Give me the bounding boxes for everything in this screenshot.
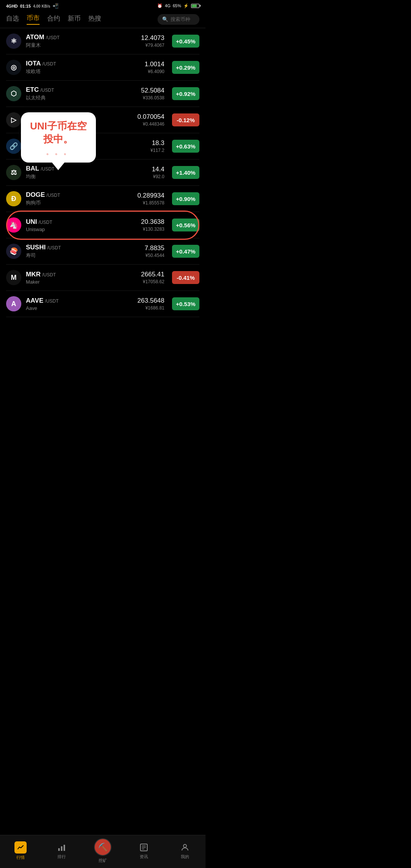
coin-price-etc: 52.5084 ¥336.0538 <box>141 87 164 101</box>
coin-pair: /USDT <box>45 298 59 304</box>
coin-cn-name: Maker <box>26 279 137 285</box>
coin-icon-doge: Ð <box>6 191 21 206</box>
coin-icon-sushi: 🍣 <box>6 244 21 259</box>
change-badge-atom: +0.45% <box>172 35 199 48</box>
coin-list: ⚛ ATOM /USDT 阿童木 12.4073 ¥79.4067 +0.45%… <box>0 28 206 317</box>
coin-icon-link: 🔗 <box>6 139 21 154</box>
coin-row-iota[interactable]: ◎ IOTA /USDT 埃欧塔 1.0014 ¥6.4090 +0.29% <box>6 54 199 81</box>
coin-icon-bal: ⚖ <box>6 165 21 180</box>
coin-icon-atom: ⚛ <box>6 34 21 49</box>
coin-row-sushi[interactable]: 🍣 SUSHI /USDT 寿司 7.8835 ¥50.4544 +0.47% <box>6 238 199 265</box>
coin-symbol: DOGE <box>26 191 45 199</box>
status-right: ⏰ 4G 65% ⚡ <box>157 3 199 8</box>
coin-info-sushi: SUSHI /USDT 寿司 <box>26 244 140 259</box>
bubble-text-line2: 投中。 <box>30 133 87 146</box>
coin-cn-name: 狗狗币 <box>26 199 133 206</box>
coin-symbol: ETC <box>26 86 39 94</box>
coin-price-trx: 0.070054 ¥0.448346 <box>137 113 164 127</box>
coin-cn-name: Uniswap <box>26 227 137 232</box>
coin-row-bal[interactable]: ⚖ BAL /USDT 均衡 14.4 ¥92.0 +1.40% <box>6 160 199 186</box>
tab-zixuan[interactable]: 自选 <box>6 14 19 24</box>
coin-price-iota: 1.0014 ¥6.4090 <box>145 61 164 74</box>
change-badge-uni: +0.56% <box>172 219 199 231</box>
coin-info-atom: ATOM /USDT 阿童木 <box>26 34 137 49</box>
tab-resou[interactable]: 热搜 <box>88 14 101 24</box>
coin-symbol: MKR <box>26 271 41 278</box>
coin-price-aave: 263.5648 ¥1686.81 <box>137 297 164 311</box>
coin-icon-etc: ⬡ <box>6 86 21 101</box>
coin-price-bal: 14.4 ¥92.0 <box>152 166 164 179</box>
coin-info-doge: DOGE /USDT 狗狗币 <box>26 191 133 206</box>
coin-info-etc: ETC /USDT 以太经典 <box>26 86 137 101</box>
bubble-text-line1: UNI子币在空 <box>30 120 87 133</box>
coin-info-bal: BAL /USDT 均衡 <box>26 165 147 180</box>
coin-info-iota: IOTA /USDT 埃欧塔 <box>26 60 140 75</box>
search-placeholder: 搜索币种 <box>170 16 190 23</box>
change-badge-sushi: +0.47% <box>172 245 199 258</box>
bubble-dots: 。 。 。 <box>30 147 87 156</box>
coin-symbol: AAVE <box>26 297 43 305</box>
coin-pair: /USDT <box>40 88 54 93</box>
coin-pair: /USDT <box>47 245 61 251</box>
coin-info-mkr: MKR /USDT Maker <box>26 271 137 285</box>
coin-row-mkr[interactable]: M MKR /USDT Maker 2665.41 ¥17058.62 -0.4… <box>6 265 199 291</box>
coin-price-sushi: 7.8835 ¥50.4544 <box>145 244 164 258</box>
coin-cn-name: 均衡 <box>26 173 147 180</box>
coin-row-uni[interactable]: 🦄 UNI /USDT Uniswap 20.3638 ¥130.3283 +0… <box>6 212 199 238</box>
coin-symbol: IOTA <box>26 60 41 67</box>
battery-indicator <box>191 4 199 8</box>
coin-row-doge[interactable]: Ð DOGE /USDT 狗狗币 0.289934 ¥1.855578 +0.9… <box>6 186 199 212</box>
speech-bubble-overlay: UNI子币在空 投中。 。 。 。 <box>21 112 96 163</box>
change-badge-iota: +0.29% <box>172 61 199 74</box>
coin-icon-aave: A <box>6 296 21 311</box>
change-badge-aave: +0.53% <box>172 297 199 310</box>
coin-icon-iota: ◎ <box>6 60 21 75</box>
status-network-time: 4GHD 01:15 4.00 KB/s 📲 <box>6 3 59 9</box>
tab-xinbi[interactable]: 新币 <box>68 14 81 24</box>
change-badge-doge: +0.90% <box>172 192 199 205</box>
change-badge-link: +0.63% <box>172 140 199 153</box>
coin-row-aave[interactable]: A AAVE /USDT Aave 263.5648 ¥1686.81 +0.5… <box>6 291 199 317</box>
coin-icon-trx: ▷ <box>6 112 21 128</box>
nav-tabs: 自选 币市 合约 新币 热搜 🔍 搜索币种 <box>0 11 206 28</box>
coin-info-uni: UNI /USDT Uniswap <box>26 218 137 232</box>
coin-info-aave: AAVE /USDT Aave <box>26 297 133 311</box>
coin-cn-name: 埃欧塔 <box>26 68 140 75</box>
coin-price-doge: 0.289934 ¥1.855578 <box>137 192 164 206</box>
coin-pair: /USDT <box>38 220 52 225</box>
coin-price-link: 18.3 ¥117.2 <box>150 139 164 153</box>
tab-bishi[interactable]: 币市 <box>27 14 40 25</box>
coin-cn-name: Aave <box>26 305 133 311</box>
tab-heyue[interactable]: 合约 <box>47 14 60 24</box>
status-bar: 4GHD 01:15 4.00 KB/s 📲 ⏰ 4G 65% ⚡ <box>0 0 206 11</box>
coin-symbol: UNI <box>26 218 37 226</box>
coin-symbol: SUSHI <box>26 244 46 251</box>
coin-pair: /USDT <box>42 61 56 67</box>
coin-pair: /USDT <box>46 35 59 40</box>
coin-symbol: BAL <box>26 165 39 172</box>
coin-price-uni: 20.3638 ¥130.3283 <box>141 218 164 232</box>
coin-cn-name: 寿司 <box>26 252 140 259</box>
coin-symbol: ATOM <box>26 34 44 41</box>
change-badge-mkr: -0.41% <box>172 271 199 284</box>
speech-bubble: UNI子币在空 投中。 。 。 。 <box>21 112 96 163</box>
search-box[interactable]: 🔍 搜索币种 <box>158 14 199 25</box>
coin-cn-name: 以太经典 <box>26 94 137 101</box>
coin-price-atom: 12.4073 ¥79.4067 <box>141 34 164 48</box>
coin-row-atom[interactable]: ⚛ ATOM /USDT 阿童木 12.4073 ¥79.4067 +0.45% <box>6 28 199 54</box>
change-badge-trx: -0.12% <box>172 113 199 126</box>
coin-price-mkr: 2665.41 ¥17058.62 <box>141 271 164 284</box>
change-badge-etc: +0.92% <box>172 87 199 100</box>
coin-pair: /USDT <box>46 193 60 198</box>
coin-icon-mkr: M <box>6 270 21 285</box>
coin-cn-name: 阿童木 <box>26 42 137 49</box>
change-badge-bal: +1.40% <box>172 166 199 179</box>
search-icon: 🔍 <box>162 16 168 22</box>
coin-pair: /USDT <box>42 272 56 278</box>
coin-row-etc[interactable]: ⬡ ETC /USDT 以太经典 52.5084 ¥336.0538 +0.92… <box>6 81 199 107</box>
coin-icon-uni: 🦄 <box>6 217 21 233</box>
